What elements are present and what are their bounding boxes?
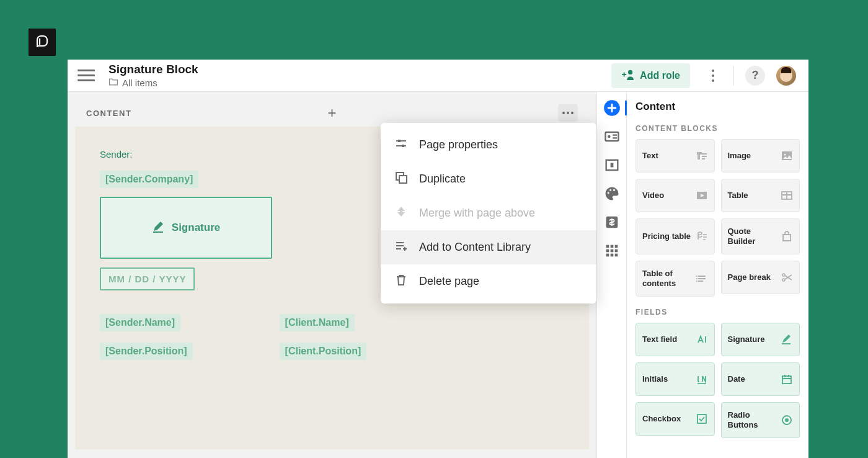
user-avatar[interactable]: [776, 66, 796, 86]
svg-rect-27: [610, 254, 613, 257]
signature-field[interactable]: Signature: [100, 197, 272, 259]
right-toolbar: [596, 92, 626, 458]
block-table[interactable]: Table: [721, 179, 800, 212]
svg-rect-25: [614, 249, 618, 253]
block-image[interactable]: Image: [721, 139, 800, 173]
page-context-menu: Page properties Duplicate Merge with pag…: [381, 123, 596, 303]
svg-point-5: [567, 112, 569, 114]
svg-point-1: [712, 70, 714, 72]
canvas-area: CONTENT + Sender: [Sender.Company] Signa…: [68, 92, 596, 458]
pen-icon: [781, 334, 793, 345]
field-date[interactable]: Date: [721, 362, 800, 396]
field-initials[interactable]: Initials: [636, 362, 715, 396]
table-icon: [781, 190, 793, 201]
content-panel: Content CONTENT BLOCKS Text Image Video …: [626, 92, 808, 458]
svg-rect-20: [606, 245, 609, 248]
field-text[interactable]: Text field: [636, 323, 715, 356]
initials-icon: [696, 374, 708, 385]
merge-icon: [394, 205, 408, 222]
svg-rect-8: [402, 145, 404, 147]
svg-point-35: [696, 281, 698, 282]
sender-company-tag[interactable]: [Sender.Company]: [100, 171, 198, 188]
svg-point-37: [782, 279, 785, 281]
client-name-tag[interactable]: [Client.Name]: [280, 314, 355, 331]
radio-icon: [781, 415, 793, 426]
sliders-icon: [394, 137, 408, 153]
list-icon: [696, 273, 708, 284]
date-field[interactable]: MM / DD / YYYY: [100, 267, 195, 290]
client-position-tag[interactable]: [Client.Position]: [280, 343, 367, 360]
svg-rect-28: [614, 254, 618, 257]
scissors-icon: [781, 272, 793, 283]
add-role-label: Add role: [640, 70, 680, 81]
brand-logo: [29, 29, 56, 56]
menu-delete-page[interactable]: Delete page: [381, 264, 596, 299]
menu-add-to-library[interactable]: Add to Content Library: [381, 230, 596, 264]
trash-icon: [394, 273, 408, 290]
tool-frame[interactable]: [603, 156, 621, 174]
text-cursor-icon: [696, 334, 708, 345]
divider: [733, 66, 734, 86]
svg-rect-21: [610, 245, 613, 248]
block-video[interactable]: Video: [636, 179, 715, 212]
svg-point-34: [696, 278, 698, 279]
fields-section-label: FIELDS: [636, 308, 800, 317]
svg-rect-22: [614, 245, 618, 248]
image-icon: [781, 150, 793, 161]
field-radio[interactable]: Radio Buttons: [721, 402, 800, 438]
text-icon: [696, 150, 708, 161]
tool-id-card[interactable]: [603, 128, 621, 145]
svg-point-3: [712, 79, 714, 82]
menu-merge-above: Merge with page above: [381, 196, 596, 230]
add-role-button[interactable]: Add role: [611, 63, 690, 88]
svg-rect-24: [610, 249, 613, 253]
menu-page-properties[interactable]: Page properties: [381, 128, 596, 162]
menu-icon[interactable]: [78, 67, 95, 84]
calendar-icon: [781, 374, 793, 385]
svg-rect-7: [398, 140, 401, 142]
tool-theme[interactable]: [603, 185, 621, 202]
svg-point-36: [782, 274, 785, 276]
field-checkbox[interactable]: Checkbox: [636, 402, 715, 436]
pen-icon: [152, 220, 166, 236]
blocks-section-label: CONTENT BLOCKS: [636, 124, 800, 133]
sender-position-tag[interactable]: [Sender.Position]: [100, 343, 193, 360]
add-person-icon: [621, 69, 635, 83]
tool-pricing[interactable]: [603, 213, 621, 231]
menu-duplicate[interactable]: Duplicate: [381, 162, 596, 196]
svg-rect-38: [782, 376, 791, 384]
svg-rect-10: [399, 176, 407, 183]
svg-point-33: [696, 276, 698, 277]
svg-rect-26: [606, 254, 609, 257]
svg-point-18: [613, 189, 614, 191]
panel-title: Content: [636, 101, 800, 113]
block-quote-builder[interactable]: Quote Builder: [721, 218, 800, 254]
tool-grid[interactable]: [603, 242, 621, 259]
svg-rect-12: [605, 132, 618, 141]
tool-add[interactable]: [603, 99, 621, 117]
block-toc[interactable]: Table of contents: [636, 261, 715, 297]
folder-icon: [108, 78, 118, 88]
signature-label: Signature: [172, 222, 220, 234]
block-page-break[interactable]: Page break: [721, 261, 800, 294]
video-icon: [696, 190, 708, 201]
breadcrumb-label: All items: [122, 78, 157, 88]
breadcrumb[interactable]: All items: [108, 78, 198, 88]
list-add-icon: [394, 239, 408, 256]
checkbox-icon: [696, 413, 708, 424]
field-signature[interactable]: Signature: [721, 323, 800, 356]
help-button[interactable]: ?: [745, 66, 765, 86]
top-bar: Signature Block All items Add role ?: [68, 60, 808, 92]
kebab-menu-icon[interactable]: [704, 66, 722, 85]
block-text[interactable]: Text: [636, 139, 715, 173]
add-block-button[interactable]: +: [325, 106, 340, 120]
sender-name-tag[interactable]: [Sender.Name]: [100, 314, 180, 331]
bag-icon: [781, 231, 793, 242]
svg-point-0: [628, 70, 632, 74]
svg-rect-15: [610, 163, 613, 168]
page-title: Signature Block: [108, 63, 198, 76]
svg-rect-23: [606, 249, 609, 253]
more-button[interactable]: [558, 104, 578, 122]
block-pricing-table[interactable]: Pricing table: [636, 218, 715, 254]
svg-point-13: [608, 135, 611, 138]
